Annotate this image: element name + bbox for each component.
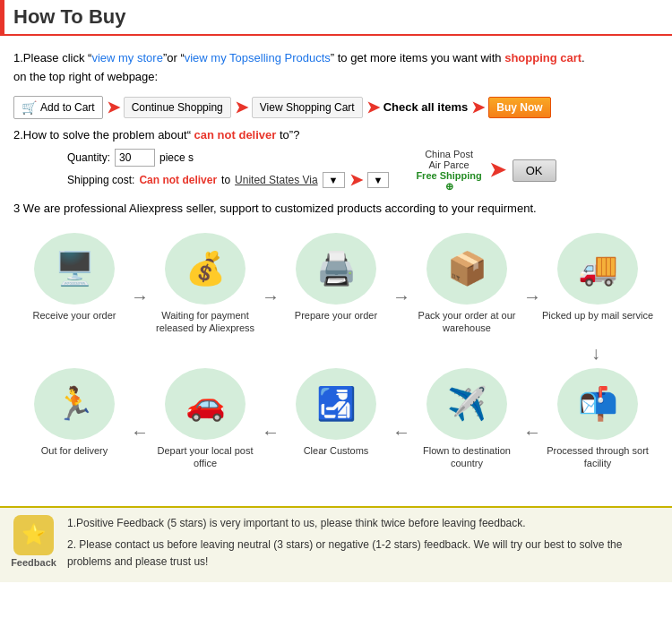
process-label-5: Out for delivery (41, 444, 108, 457)
process-arrow-2: → (262, 287, 280, 307)
quantity-input[interactable] (115, 149, 155, 167)
process-item-0: 🖥️ Receive your order (18, 233, 131, 322)
ok-button[interactable]: OK (513, 159, 556, 182)
feedback-section: ⭐ Feedback 1.Positive Feedback (5 stars)… (0, 506, 672, 583)
pack-icon: 📦 (426, 233, 507, 305)
delivery-icon: 🏃 (34, 368, 115, 440)
process-item-7: 🛃 Clear Customs (280, 368, 392, 457)
process-item-1: 💰 Waiting for payment released by Aliexp… (149, 233, 262, 335)
process-label-1: Waiting for payment released by Aliexpre… (149, 309, 262, 335)
flight-icon: ✈️ (426, 368, 507, 440)
feedback-text: 1.Positive Feedback (5 stars) is very im… (67, 515, 663, 576)
process-arrow-3: → (392, 287, 410, 307)
view-store-link[interactable]: view my store (91, 51, 162, 64)
shopping-cart-link[interactable]: shopping cart (504, 51, 582, 64)
process-arrow-7: ← (392, 422, 410, 442)
process-item-2: 🖨️ Prepare your order (280, 233, 392, 322)
process-label-7: Clear Customs (304, 444, 369, 457)
process-item-3: 📦 Pack your order at our warehouse (410, 233, 523, 335)
arrow4-icon: ➤ (471, 98, 485, 117)
process-item-5: 🏃 Out for delivery (18, 368, 131, 457)
view-cart-button[interactable]: View Shopping Cart (252, 97, 363, 118)
section2-title: 2.How to solve the problem about“ can no… (13, 128, 659, 142)
section2-body: Quantity: piece s Shipping cost: Can not… (13, 149, 659, 193)
process-arrow-4: → (523, 287, 541, 307)
continue-shopping-button[interactable]: Continue Shopping (124, 97, 231, 118)
cart-icon: 🛒 (22, 100, 37, 115)
process-label-2: Prepare your order (295, 309, 377, 322)
process-label-3: Pack your order at our warehouse (410, 309, 523, 335)
process-label-0: Receive your order (33, 309, 116, 322)
feedback-label: Feedback (11, 557, 56, 568)
shipping-option-dropdown[interactable]: ▼ (367, 172, 390, 188)
arrow1-icon: ➤ (107, 98, 120, 117)
top-selling-link[interactable]: view my Topselling Products (185, 51, 331, 64)
quantity-shipping-area: Quantity: piece s Shipping cost: Can not… (13, 149, 389, 190)
section2: 2.How to solve the problem about“ can no… (13, 128, 659, 193)
page-title: How To Buy (13, 5, 125, 29)
feedback-line2: 2. Please contact us before leaving neut… (67, 537, 663, 571)
shipping-arrow-icon: ➤ (349, 170, 363, 190)
process-item-9: 📬 Processed through sort facility (541, 368, 654, 470)
down-arrow-icon: ↓ (18, 343, 600, 364)
feedback-icon: ⭐ (13, 515, 54, 555)
shipping-row: Shipping cost: Can not deliver to United… (67, 170, 389, 190)
process-label-9: Processed through sort facility (541, 444, 654, 470)
process-label-6: Depart your local post office (149, 444, 262, 470)
china-post-area: China Post Air Parce Free Shipping ⊕ ➤ O… (407, 149, 556, 193)
page-header: How To Buy (0, 0, 672, 36)
process-arrow-6: ← (262, 422, 280, 442)
main-content: 1.Please click “view my store”or “view m… (0, 45, 672, 502)
process-container: 🖥️ Receive your order → 💰 Waiting for pa… (13, 224, 659, 493)
arrow2-icon: ➤ (235, 98, 248, 117)
payment-icon: 💰 (165, 233, 246, 305)
pickup-icon: 🚚 (557, 233, 638, 305)
check-all-label: Check all items (383, 100, 469, 114)
feedback-badge: ⭐ Feedback (9, 515, 58, 568)
free-shipping-label: Free Shipping ⊕ (416, 170, 481, 193)
process-label-8: Flown to destination country (410, 444, 523, 470)
section1: 1.Please click “view my store”or “view m… (13, 49, 659, 87)
prepare-icon: 🖨️ (296, 233, 376, 305)
quantity-row: Quantity: piece s (67, 149, 389, 167)
process-row2: 🏃 Out for delivery ← 🚗 Depart your local… (18, 368, 654, 470)
china-post-label: China Post Air Parce Free Shipping ⊕ (416, 149, 481, 193)
process-label-4: Picked up by mail service (542, 309, 653, 322)
add-to-cart-button[interactable]: 🛒 Add to Cart (13, 96, 103, 119)
process-arrow-1: → (131, 287, 149, 307)
post-office-icon: 🚗 (165, 368, 246, 440)
process-arrow-8: ← (523, 422, 541, 442)
process-arrow-5: ← (131, 422, 149, 442)
receive-order-icon: 🖥️ (34, 233, 115, 305)
process-item-4: 🚚 Picked up by mail service (541, 233, 654, 322)
process-row1: 🖥️ Receive your order → 💰 Waiting for pa… (18, 233, 654, 335)
process-item-8: ✈️ Flown to destination country (410, 368, 523, 470)
section3: 3 We are professional Aliexpress seller,… (13, 202, 659, 215)
china-post-arrow-icon: ➤ (489, 159, 505, 182)
section1-text: 1.Please click “view my store”or “view m… (13, 49, 659, 68)
sort-icon: 📬 (557, 368, 638, 440)
process-item-6: 🚗 Depart your local post office (149, 368, 262, 470)
section1-subtext: on the top right of webpage: (13, 68, 659, 87)
buy-now-button[interactable]: Buy Now (488, 97, 550, 118)
via-dropdown[interactable]: ▼ (323, 172, 345, 188)
feedback-line1: 1.Positive Feedback (5 stars) is very im… (67, 515, 663, 532)
arrow3-icon: ➤ (366, 98, 380, 117)
customs-icon: 🛃 (296, 368, 376, 440)
cart-flow: 🛒 Add to Cart ➤ Continue Shopping ➤ View… (13, 96, 659, 119)
